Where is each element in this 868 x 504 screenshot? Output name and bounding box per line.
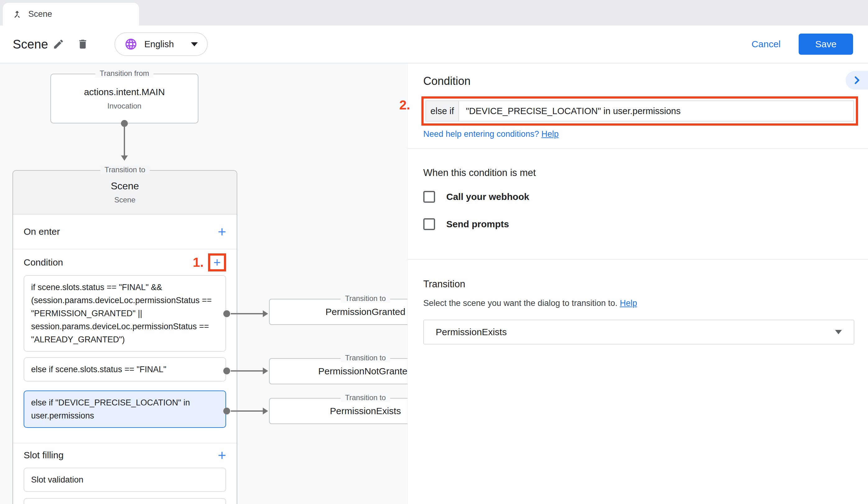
- add-condition-button[interactable]: +: [213, 256, 220, 269]
- connector-line: [124, 126, 125, 156]
- condition-section-header: Condition 1. +: [13, 249, 237, 275]
- slot-filling-label: Slot filling: [24, 450, 63, 461]
- connector-line: [231, 370, 264, 371]
- scene-card: Transition to Scene Scene On enter + Con…: [12, 170, 237, 504]
- add-on-enter-button[interactable]: +: [218, 224, 226, 239]
- language-label: English: [144, 39, 191, 50]
- condition-item-3-selected[interactable]: else if "DEVICE_PRECISE_LOCATION" in use…: [24, 390, 226, 428]
- connector-dot: [223, 408, 230, 414]
- tab-scene[interactable]: Scene: [3, 3, 139, 25]
- trash-icon: [77, 38, 89, 50]
- annotation-highlight-box-2: else if "DEVICE_PRECISE_LOCATION" in use…: [421, 96, 858, 126]
- call-webhook-option[interactable]: Call your webhook: [423, 191, 529, 203]
- language-selector[interactable]: English: [114, 32, 208, 56]
- else-if-prefix: else if: [426, 101, 459, 121]
- help-link[interactable]: Help: [541, 129, 559, 139]
- transition-to-legend: Transition to: [341, 354, 390, 362]
- slot-validation-item[interactable]: Slot validation: [24, 468, 226, 492]
- checkbox-unchecked-icon[interactable]: [423, 191, 435, 203]
- condition-item-1[interactable]: if scene.slots.status == "FINAL" && (ses…: [24, 275, 226, 351]
- scene-card-title: Scene: [111, 180, 139, 192]
- scene-merge-icon: [12, 9, 22, 19]
- page-title: Scene: [13, 37, 48, 51]
- arrow-right-icon: [263, 310, 268, 317]
- target-node-permission-exists[interactable]: Transition to PermissionExists: [269, 398, 407, 424]
- annotation-step-1: 1.: [193, 255, 204, 270]
- arrow-right-icon: [263, 368, 268, 374]
- save-button[interactable]: Save: [799, 34, 853, 55]
- panel-divider: [408, 148, 868, 149]
- intent-name: actions.intent.MAIN: [84, 87, 165, 97]
- arrow-down-icon: [121, 156, 128, 161]
- condition-detail-panel: Condition else if "DEVICE_PRECISE_LOCATI…: [407, 63, 868, 504]
- checkbox-unchecked-icon[interactable]: [423, 218, 435, 230]
- chevron-right-icon: [851, 75, 862, 85]
- delete-scene-button[interactable]: [74, 35, 91, 53]
- selected-scene-value: PermissionExists: [436, 327, 835, 337]
- clipped-item: [24, 498, 226, 504]
- condition-label: Condition: [24, 257, 63, 268]
- target-scene-name: PermissionExists: [330, 406, 401, 416]
- on-enter-label: On enter: [24, 226, 60, 237]
- transition-description-text: Select the scene you want the dialog to …: [423, 298, 617, 308]
- panel-heading: Condition: [423, 75, 471, 88]
- cancel-button[interactable]: Cancel: [752, 39, 781, 50]
- connector-line: [231, 410, 264, 412]
- dropdown-arrow-icon: [835, 330, 842, 334]
- pencil-icon: [53, 38, 64, 50]
- on-enter-section: On enter +: [13, 214, 237, 249]
- transition-from-node[interactable]: Transition from actions.intent.MAIN Invo…: [50, 74, 198, 124]
- condition-help-line: Need help entering conditions? Help: [423, 129, 559, 139]
- send-prompts-label: Send prompts: [446, 219, 509, 230]
- add-slot-button[interactable]: +: [218, 448, 226, 462]
- call-webhook-label: Call your webhook: [446, 191, 529, 202]
- edit-scene-button[interactable]: [50, 35, 67, 53]
- panel-divider: [408, 259, 868, 260]
- target-scene-name: PermissionGranted: [326, 307, 405, 317]
- help-text: Need help entering conditions?: [423, 129, 539, 139]
- scene-flow-canvas: Transition from actions.intent.MAIN Invo…: [0, 63, 407, 504]
- intent-type: Invocation: [107, 102, 141, 111]
- target-scene-name: PermissionNotGranted: [318, 366, 407, 377]
- when-met-heading: When this condition is met: [423, 167, 536, 178]
- annotation-highlight-box: +: [208, 253, 226, 271]
- target-node-permission-granted[interactable]: Transition to PermissionGranted: [269, 299, 407, 325]
- transition-to-legend: Transition to: [100, 165, 149, 174]
- transition-to-legend: Transition to: [341, 393, 390, 402]
- annotation-step-2: 2.: [399, 98, 410, 113]
- collapse-panel-button[interactable]: [846, 71, 868, 90]
- send-prompts-option[interactable]: Send prompts: [423, 218, 509, 230]
- transition-to-legend: Transition to: [341, 294, 390, 303]
- transition-description: Select the scene you want the dialog to …: [423, 298, 637, 308]
- tab-strip: Scene: [0, 0, 868, 25]
- target-node-permission-not-granted[interactable]: Transition to PermissionNotGranted: [269, 358, 407, 384]
- transition-heading: Transition: [423, 279, 465, 290]
- transition-from-legend: Transition from: [95, 69, 153, 78]
- scene-card-header[interactable]: Scene Scene: [13, 171, 237, 214]
- slot-filling-section-header: Slot filling +: [13, 443, 237, 467]
- condition-expression-input[interactable]: "DEVICE_PRECISE_LOCATION" in user.permis…: [459, 101, 854, 121]
- globe-icon: [124, 38, 137, 51]
- condition-item-2[interactable]: else if scene.slots.status == "FINAL": [24, 357, 226, 381]
- connector-dot: [223, 310, 230, 317]
- condition-expression-row: else if "DEVICE_PRECISE_LOCATION" in use…: [425, 101, 854, 122]
- tab-label: Scene: [28, 9, 52, 19]
- transition-help-link[interactable]: Help: [620, 298, 637, 308]
- header: Scene English Cancel Save: [0, 25, 868, 63]
- chevron-down-icon: [191, 42, 198, 46]
- transition-scene-select[interactable]: PermissionExists: [423, 319, 854, 345]
- actions-builder-scene-editor: Scene Scene English Cancel Save Transiti…: [0, 0, 868, 504]
- connector-dot: [223, 368, 230, 374]
- arrow-right-icon: [263, 408, 268, 414]
- connector-line: [231, 313, 264, 314]
- scene-card-subtitle: Scene: [114, 196, 135, 204]
